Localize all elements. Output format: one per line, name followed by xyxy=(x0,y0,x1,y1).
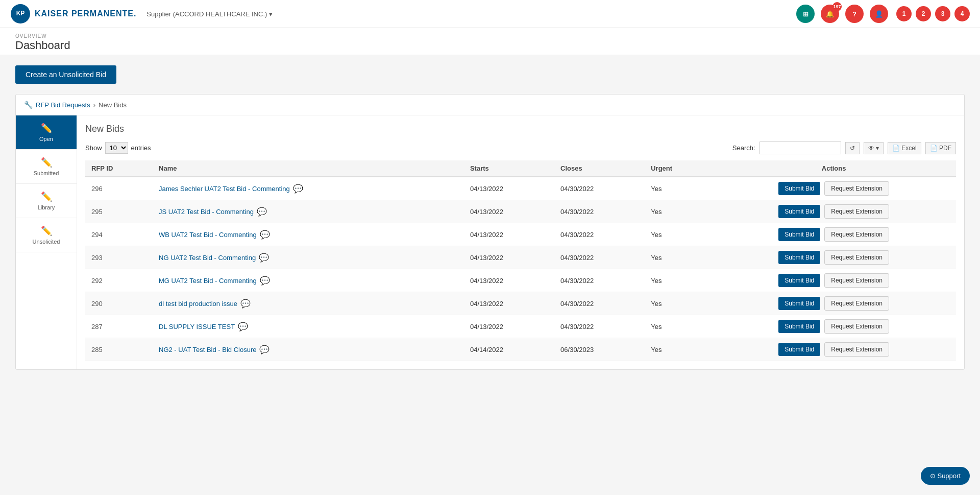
table-row: 293NG UAT2 Test Bid - Commenting💬04/13/2… xyxy=(85,246,956,269)
comment-icon-inactive[interactable]: 💬 xyxy=(240,299,251,309)
header-right: ⊞ 🔔 197 ? 👤 1 2 3 4 xyxy=(796,5,970,23)
search-input[interactable] xyxy=(760,142,841,154)
table-body: 296James Sechler UAT2 Test Bid - Comment… xyxy=(85,177,956,361)
header-left: KP KAISER PERMANENTE. Supplier (ACCORD H… xyxy=(10,4,273,24)
nav-number-badges: 1 2 3 4 xyxy=(896,6,970,21)
request-extension-button[interactable]: Request Extension xyxy=(824,319,889,334)
urgent-cell: Yes xyxy=(645,315,712,338)
closes-cell: 04/30/2022 xyxy=(554,177,645,200)
excel-export-button[interactable]: 📄 Excel xyxy=(888,142,921,154)
submit-bid-button[interactable]: Submit Bid xyxy=(778,320,820,333)
table-row: 295JS UAT2 Test Bid - Commenting💬04/13/2… xyxy=(85,200,956,223)
submit-bid-button[interactable]: Submit Bid xyxy=(778,274,820,287)
section-title: New Bids xyxy=(85,124,956,134)
bid-name-link[interactable]: NG UAT2 Test Bid - Commenting xyxy=(159,254,256,262)
user-btn[interactable]: 👤 xyxy=(870,5,888,23)
bid-name-link[interactable]: DL SUPPLY ISSUE TEST xyxy=(159,323,235,331)
nav-btn-4[interactable]: 4 xyxy=(954,6,970,21)
table-actions: Search: ↺ 👁 ▾ 📄 Excel 📄 PDF xyxy=(732,142,956,154)
nav-btn-1[interactable]: 1 xyxy=(896,6,912,21)
request-extension-button[interactable]: Request Extension xyxy=(824,204,889,219)
starts-cell: 04/13/2022 xyxy=(464,246,554,269)
breadcrumb-root[interactable]: RFP Bid Requests xyxy=(36,101,90,109)
starts-cell: 04/13/2022 xyxy=(464,223,554,246)
submit-bid-button[interactable]: Submit Bid xyxy=(778,343,820,356)
rfp-table: RFP ID Name Starts Closes Urgent Actions… xyxy=(85,160,956,361)
page-header: OVERVIEW Dashboard xyxy=(0,28,980,55)
closes-cell: 04/30/2022 xyxy=(554,200,645,223)
refresh-button[interactable]: ↺ xyxy=(845,142,860,154)
urgent-cell: Yes xyxy=(645,177,712,200)
bid-name-link[interactable]: WB UAT2 Test Bid - Commenting xyxy=(159,231,257,239)
show-entries: Show 10 25 50 entries xyxy=(85,142,151,154)
submit-bid-button[interactable]: Submit Bid xyxy=(778,251,820,264)
comment-icon[interactable]: 💬 xyxy=(259,253,269,263)
request-extension-button[interactable]: Request Extension xyxy=(824,273,889,288)
dashboard-icon-btn[interactable]: ⊞ xyxy=(796,5,815,23)
starts-cell: 04/13/2022 xyxy=(464,315,554,338)
bid-name-link[interactable]: NG2 - UAT Test Bid - Bid Closure xyxy=(159,346,256,353)
notification-badge: 197 xyxy=(832,2,842,11)
table-row: 287DL SUPPLY ISSUE TEST💬04/13/202204/30/… xyxy=(85,315,956,338)
pdf-export-button[interactable]: 📄 PDF xyxy=(925,142,956,154)
nav-btn-2[interactable]: 2 xyxy=(916,6,931,21)
actions-cell: Submit BidRequest Extension xyxy=(712,292,956,315)
comment-icon[interactable]: 💬 xyxy=(293,184,303,194)
rfp-id-cell: 290 xyxy=(85,292,153,315)
rfp-id-cell: 292 xyxy=(85,269,153,292)
overview-label: OVERVIEW xyxy=(15,33,965,39)
rfp-id-cell: 287 xyxy=(85,315,153,338)
create-unsolicited-bid-button[interactable]: Create an Unsolicited Bid xyxy=(15,65,116,84)
actions-cell: Submit BidRequest Extension xyxy=(712,246,956,269)
request-extension-button[interactable]: Request Extension xyxy=(824,296,889,311)
request-extension-button[interactable]: Request Extension xyxy=(824,181,889,196)
request-extension-button[interactable]: Request Extension xyxy=(824,342,889,357)
submit-bid-button[interactable]: Submit Bid xyxy=(778,205,820,218)
nav-1-label: 1 xyxy=(902,10,906,17)
comment-icon[interactable]: 💬 xyxy=(260,276,270,286)
help-icon: ? xyxy=(852,10,856,18)
table-controls: Show 10 25 50 entries Search: ↺ 👁 ▾ xyxy=(85,142,956,154)
bid-name-link[interactable]: JS UAT2 Test Bid - Commenting xyxy=(159,208,254,216)
submit-bid-button[interactable]: Submit Bid xyxy=(778,297,820,310)
comment-icon-inactive[interactable]: 💬 xyxy=(259,345,270,355)
comment-icon-inactive[interactable]: 💬 xyxy=(238,322,248,332)
comment-icon-inactive[interactable]: 💬 xyxy=(260,230,270,240)
submitted-icon: ✏️ xyxy=(41,157,52,168)
logo-text: KAISER PERMANENTE. xyxy=(35,9,136,18)
bid-name-link[interactable]: dl test bid production issue xyxy=(159,300,237,308)
starts-cell: 04/13/2022 xyxy=(464,292,554,315)
sidebar-item-library[interactable]: ✏️ Library xyxy=(16,184,77,218)
nav-4-label: 4 xyxy=(961,10,964,17)
help-btn[interactable]: ? xyxy=(845,5,864,23)
col-closes: Closes xyxy=(554,160,645,177)
table-area: New Bids Show 10 25 50 entries Search: xyxy=(77,115,964,369)
actions-cell: Submit BidRequest Extension xyxy=(712,338,956,361)
entries-label: entries xyxy=(131,144,151,152)
rfp-id-cell: 294 xyxy=(85,223,153,246)
closes-cell: 04/30/2022 xyxy=(554,269,645,292)
supplier-selector[interactable]: Supplier (ACCORD HEALTHCARE INC.) ▾ xyxy=(146,10,273,18)
breadcrumb: 🔧 RFP Bid Requests › New Bids xyxy=(16,95,964,115)
breadcrumb-current: New Bids xyxy=(99,101,127,109)
comment-icon[interactable]: 💬 xyxy=(257,207,267,217)
submit-bid-button[interactable]: Submit Bid xyxy=(778,182,820,195)
logo: KP KAISER PERMANENTE. xyxy=(10,4,136,24)
sidebar-item-submitted[interactable]: ✏️ Submitted xyxy=(16,150,77,184)
request-extension-button[interactable]: Request Extension xyxy=(824,250,889,265)
table-row: 296James Sechler UAT2 Test Bid - Comment… xyxy=(85,177,956,200)
bid-name-link[interactable]: MG UAT2 Test Bid - Commenting xyxy=(159,277,257,285)
sidebar-item-unsolicited[interactable]: ✏️ Unsolicited xyxy=(16,218,77,252)
view-button[interactable]: 👁 ▾ xyxy=(864,142,884,154)
show-select[interactable]: 10 25 50 xyxy=(105,142,128,154)
notification-btn[interactable]: 🔔 197 xyxy=(821,5,839,23)
sidebar-item-open[interactable]: ✏️ Open xyxy=(16,115,77,150)
submit-bid-button[interactable]: Submit Bid xyxy=(778,228,820,241)
request-extension-button[interactable]: Request Extension xyxy=(824,227,889,242)
nav-btn-3[interactable]: 3 xyxy=(935,6,950,21)
actions-cell: Submit BidRequest Extension xyxy=(712,315,956,338)
name-cell: MG UAT2 Test Bid - Commenting💬 xyxy=(153,269,464,292)
bid-name-link[interactable]: James Sechler UAT2 Test Bid - Commenting xyxy=(159,185,290,193)
sidebar-open-label: Open xyxy=(39,136,53,142)
unsolicited-icon: ✏️ xyxy=(41,225,52,237)
